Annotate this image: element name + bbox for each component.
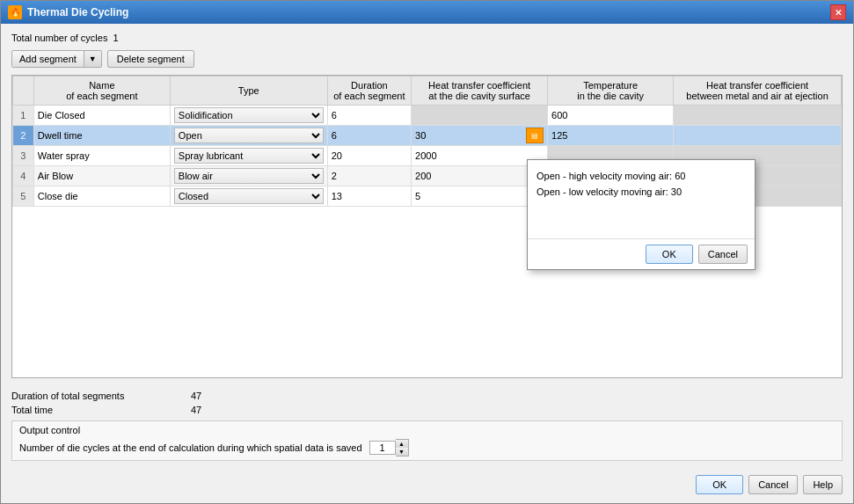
window-title: Thermal Die Cycling	[27, 6, 128, 18]
col-htc-ejection-header: Heat transfer coefficient between metal …	[674, 77, 842, 106]
row-temperature[interactable]	[548, 126, 674, 146]
close-button[interactable]: ✕	[830, 4, 846, 20]
row-type[interactable]: Solidification	[170, 106, 327, 126]
row-number: 3	[13, 146, 34, 166]
row-duration[interactable]	[327, 126, 411, 146]
col-num-header	[13, 77, 34, 106]
row-name[interactable]	[33, 126, 170, 146]
htc-surface-input[interactable]	[415, 130, 524, 141]
type-select[interactable]: Closed	[174, 188, 324, 204]
total-cycles-label: Total number of cycles	[11, 33, 107, 43]
row-htc-surface[interactable]	[412, 106, 548, 126]
ok-button[interactable]: OK	[696, 475, 743, 494]
popup-line1: Open - high velocity moving air: 60	[536, 169, 746, 185]
bottom-section: Duration of total segments 47 Total time…	[11, 385, 843, 461]
row-duration[interactable]	[327, 186, 411, 207]
row-name[interactable]	[33, 186, 170, 207]
table-container: Name of each segment Type Duration of ea…	[11, 75, 843, 378]
type-select[interactable]: Open	[174, 128, 324, 143]
total-cycles-row: Total number of cycles 1	[11, 33, 843, 43]
duration-input[interactable]	[332, 130, 407, 141]
popup-footer: OK Cancel	[528, 239, 755, 269]
die-cycles-row: Number of die cycles at the end of calcu…	[19, 439, 835, 457]
spinner-buttons: ▲ ▼	[396, 439, 409, 457]
row-type[interactable]: Open	[170, 126, 327, 146]
duration-input[interactable]	[332, 150, 407, 161]
duration-input[interactable]	[332, 171, 407, 181]
table-row[interactable]: 2Open▤	[13, 126, 842, 146]
duration-row: Duration of total segments 47	[11, 389, 843, 403]
col-name-header: Name of each segment	[33, 77, 170, 106]
duration-label: Duration of total segments	[11, 391, 187, 401]
row-duration[interactable]	[327, 106, 411, 126]
popup-ok-button[interactable]: OK	[646, 245, 693, 264]
app-icon: 🔥	[8, 5, 22, 19]
duration-input[interactable]	[332, 110, 407, 121]
htc-surface-input[interactable]	[415, 191, 544, 201]
spinner-down-button[interactable]: ▼	[396, 448, 408, 456]
output-control-title: Output control	[19, 425, 835, 435]
row-number: 4	[13, 166, 34, 186]
help-button[interactable]: Help	[803, 475, 843, 494]
titlebar: 🔥 Thermal Die Cycling ✕	[1, 1, 853, 24]
total-time-row: Total time 47	[11, 403, 843, 417]
name-input[interactable]	[38, 191, 166, 201]
main-content: Total number of cycles 1 Add segment ▼ D…	[1, 24, 853, 503]
air-velocity-popup: Open - high velocity moving air: 60 Open…	[527, 159, 755, 270]
row-number: 1	[13, 106, 34, 126]
row-type[interactable]: Spray lubricant	[170, 146, 327, 166]
popup-cancel-button[interactable]: Cancel	[698, 245, 748, 264]
total-time-label: Total time	[11, 405, 187, 415]
row-type[interactable]: Blow air	[170, 166, 327, 186]
row-duration[interactable]	[327, 146, 411, 166]
row-type[interactable]: Closed	[170, 186, 327, 207]
row-number: 2	[13, 126, 34, 146]
add-segment-split: Add segment ▼	[11, 50, 102, 68]
die-cycles-label: Number of die cycles at the end of calcu…	[19, 442, 362, 453]
die-cycles-input[interactable]: 1	[369, 441, 396, 455]
button-row: Add segment ▼ Delete segment	[11, 50, 843, 68]
col-duration-header: Duration of each segment	[327, 77, 411, 106]
duration-value: 47	[191, 391, 201, 401]
type-select[interactable]: Blow air	[174, 168, 324, 184]
htc-surface-input[interactable]	[415, 150, 544, 161]
name-input[interactable]	[38, 110, 166, 121]
row-name[interactable]	[33, 146, 170, 166]
row-number: 5	[13, 186, 34, 207]
row-htc-ejection	[674, 126, 842, 146]
output-control: Output control Number of die cycles at t…	[11, 420, 843, 461]
type-select[interactable]: Solidification	[174, 107, 324, 123]
total-cycles-value: 1	[113, 33, 118, 43]
popup-body: Open - high velocity moving air: 60 Open…	[528, 160, 755, 239]
cancel-button[interactable]: Cancel	[748, 475, 798, 494]
row-htc-ejection	[674, 106, 842, 126]
row-temperature[interactable]	[548, 106, 674, 126]
htc-surface-input[interactable]	[415, 171, 544, 181]
temperature-input[interactable]	[551, 110, 669, 121]
duration-input[interactable]	[332, 191, 407, 201]
add-segment-dropdown[interactable]: ▼	[84, 51, 101, 67]
type-select[interactable]: Spray lubricant	[174, 148, 324, 164]
row-htc-surface[interactable]: ▤	[412, 126, 548, 146]
row-duration[interactable]	[327, 166, 411, 186]
row-name[interactable]	[33, 166, 170, 186]
temperature-input[interactable]	[551, 130, 669, 141]
popup-line2: Open - low velocity moving air: 30	[536, 185, 746, 201]
col-temperature-header: Temperature in the die cavity	[548, 77, 674, 106]
die-cycles-spinner: 1 ▲ ▼	[369, 439, 409, 457]
row-name[interactable]	[33, 106, 170, 126]
name-input[interactable]	[38, 130, 166, 141]
col-type-header: Type	[170, 77, 327, 106]
main-window: 🔥 Thermal Die Cycling ✕ Total number of …	[0, 0, 854, 504]
titlebar-left: 🔥 Thermal Die Cycling	[8, 5, 128, 19]
col-htc-surface-header: Heat transfer coefficient at the die cav…	[412, 77, 548, 106]
table-row[interactable]: 1Solidification	[13, 106, 842, 126]
htc-surface-detail-button[interactable]: ▤	[526, 128, 544, 143]
delete-segment-button[interactable]: Delete segment	[107, 50, 194, 68]
footer-buttons: OK Cancel Help	[11, 468, 843, 494]
name-input[interactable]	[38, 150, 166, 161]
add-segment-button[interactable]: Add segment	[12, 51, 84, 67]
total-time-value: 47	[191, 405, 201, 415]
name-input[interactable]	[38, 171, 166, 181]
spinner-up-button[interactable]: ▲	[396, 440, 408, 448]
